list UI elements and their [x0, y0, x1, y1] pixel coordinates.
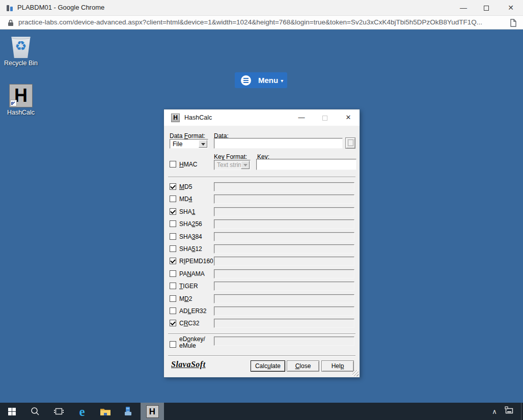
desktop-icon-recycle-bin[interactable]: ♻ Recycle Bin — [3, 35, 39, 67]
edonkey-checkbox[interactable] — [170, 341, 176, 348]
task-view-icon — [54, 407, 64, 415]
hmac-label[interactable]: HMAC — [179, 161, 197, 168]
help-button[interactable]: Help — [321, 360, 354, 372]
browser-minimize-button[interactable]: — — [455, 0, 472, 15]
algorithm-row: RIPEMD160 — [164, 257, 360, 267]
algorithm-label[interactable]: SHA384 — [179, 233, 202, 240]
algorithm-row: SHA1 — [164, 207, 360, 217]
show-desktop-button[interactable] — [521, 403, 523, 420]
system-tray: ∧ — [487, 403, 523, 420]
algorithm-row: MD5 — [164, 182, 360, 192]
hashcalc-minimize-button[interactable]: — — [291, 109, 312, 126]
start-button[interactable] — [0, 403, 23, 420]
algorithm-checkbox[interactable] — [170, 295, 176, 302]
remote-desktop: ♻ Recycle Bin H HashCalc Menu ▾ H HashCa… — [0, 30, 523, 403]
edonkey-label[interactable]: eDonkey/ eMule — [179, 336, 205, 349]
algorithm-result-field[interactable] — [214, 207, 354, 216]
browse-ellipsis-icon — [348, 139, 353, 146]
ethernet-network-icon — [505, 406, 514, 414]
algorithm-result-field[interactable] — [214, 319, 354, 328]
algorithm-label[interactable]: ADLER32 — [179, 307, 206, 315]
algorithm-row: SHA512 — [164, 244, 360, 255]
browser-maximize-button[interactable] — [478, 0, 495, 15]
algorithm-label[interactable]: RIPEMD160 — [179, 258, 213, 265]
algorithm-label[interactable]: SHA512 — [179, 245, 202, 253]
algorithm-label[interactable]: SHA1 — [179, 208, 195, 215]
windows-logo-icon — [8, 408, 16, 415]
browser-titlebar: PLABDM01 - Google Chrome — ✕ — [0, 0, 523, 15]
algorithm-checkbox[interactable] — [170, 183, 176, 190]
dropdown-arrow-icon[interactable] — [199, 140, 207, 148]
calculate-button[interactable]: Calculate — [251, 360, 285, 372]
algorithm-row: CRC32 — [164, 319, 360, 329]
taskbar-hashcalc-button-active[interactable]: H — [141, 403, 164, 420]
algorithm-checkbox[interactable] — [170, 245, 176, 252]
browser-close-button[interactable]: ✕ — [502, 0, 519, 15]
algorithm-row: SHA256 — [164, 219, 360, 230]
algorithm-result-field[interactable] — [214, 282, 354, 291]
key-format-label: Key Format: — [214, 153, 247, 160]
algorithm-checkbox[interactable] — [170, 258, 176, 264]
file-explorer-button[interactable] — [94, 403, 117, 420]
algorithm-label[interactable]: MD5 — [179, 183, 192, 190]
algorithm-result-field[interactable] — [214, 257, 354, 266]
algorithm-checkbox[interactable] — [170, 307, 176, 314]
desktop-icon-label: Recycle Bin — [3, 60, 39, 67]
hashcalc-window-title: HashCalc — [184, 109, 212, 126]
algorithm-checkbox[interactable] — [170, 283, 176, 289]
algorithm-result-field[interactable] — [214, 219, 354, 229]
algorithm-result-field[interactable] — [214, 244, 354, 254]
algorithm-checkbox[interactable] — [170, 195, 176, 202]
folder-icon — [100, 407, 111, 416]
key-input[interactable] — [256, 159, 356, 170]
copy-page-icon[interactable] — [510, 19, 516, 27]
algorithm-label[interactable]: TIGER — [179, 283, 198, 290]
algorithm-label[interactable]: MD4 — [179, 195, 192, 203]
taskbar: e H ∧ — [0, 403, 523, 420]
taskbar-search-button[interactable] — [23, 403, 47, 420]
separator — [168, 355, 355, 356]
resize-grip[interactable] — [352, 370, 359, 376]
algorithm-result-field[interactable] — [214, 294, 354, 303]
dropdown-arrow-icon — [241, 161, 250, 169]
url-text[interactable]: practice-labs.com/device-advanced.aspx?c… — [18, 16, 482, 29]
algorithm-label[interactable]: SHA256 — [179, 220, 202, 228]
algorithm-result-field[interactable] — [214, 232, 354, 241]
hmac-checkbox[interactable] — [170, 161, 176, 167]
hamburger-icon — [241, 75, 251, 86]
algorithm-result-field[interactable] — [214, 182, 354, 191]
admin-tools-button[interactable] — [117, 403, 141, 420]
data-format-dropdown[interactable]: File — [170, 139, 208, 149]
algorithm-checkbox[interactable] — [170, 233, 176, 240]
lab-menu-button[interactable]: Menu ▾ — [235, 72, 287, 88]
hashcalc-close-button[interactable]: ✕ — [338, 109, 359, 126]
tray-show-hidden-icons-button[interactable]: ∧ — [487, 408, 502, 415]
network-status-button[interactable] — [502, 406, 517, 416]
browser-urlbar[interactable]: practice-labs.com/device-advanced.aspx?c… — [0, 15, 523, 30]
hashcalc-maximize-button-disabled — [315, 109, 335, 126]
algorithm-label[interactable]: CRC32 — [179, 320, 199, 327]
hashcalc-titlebar[interactable]: H HashCalc — ✕ — [164, 109, 360, 126]
algorithm-checkbox[interactable] — [170, 220, 176, 227]
task-view-button[interactable] — [47, 403, 70, 420]
desktop-icon-hashcalc[interactable]: H HashCalc — [3, 84, 39, 116]
separator — [168, 177, 355, 178]
data-input[interactable] — [214, 138, 343, 149]
internet-explorer-button[interactable]: e — [70, 403, 94, 420]
algorithm-label[interactable]: PANAMA — [179, 270, 205, 277]
algorithm-result-field[interactable] — [214, 269, 354, 278]
search-icon — [31, 407, 40, 416]
close-button[interactable]: Close — [287, 360, 319, 372]
algorithm-result-field[interactable] — [214, 306, 354, 316]
algorithm-checkbox[interactable] — [170, 270, 176, 277]
algorithm-label[interactable]: MD2 — [179, 295, 192, 302]
algorithm-row: ADLER32 — [164, 306, 360, 317]
slavasoft-logo-link[interactable]: SlavaSoft — [171, 360, 206, 369]
algorithm-checkbox[interactable] — [170, 208, 176, 215]
algorithm-result-field[interactable] — [214, 194, 354, 204]
algorithm-checkbox[interactable] — [170, 320, 176, 326]
lock-icon — [8, 19, 14, 26]
browse-button[interactable] — [345, 137, 355, 149]
browser-window-title: PLABDM01 - Google Chrome — [17, 0, 104, 15]
edonkey-result-field[interactable] — [214, 337, 354, 346]
